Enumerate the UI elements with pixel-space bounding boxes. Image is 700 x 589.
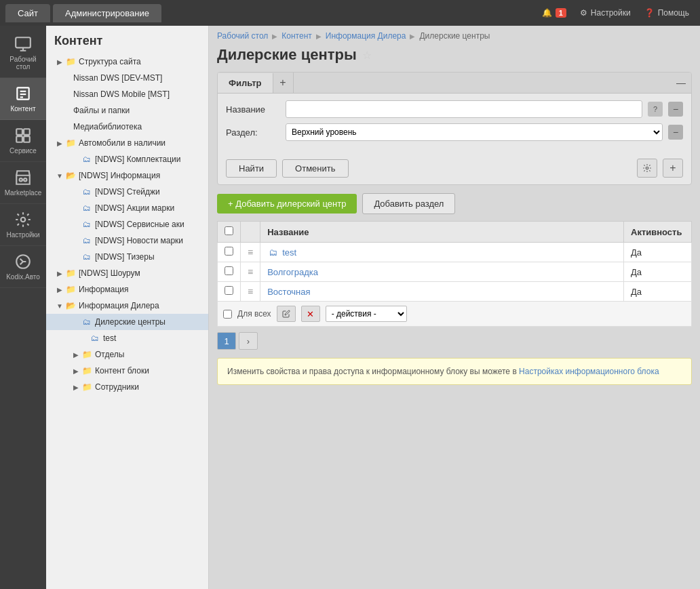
filter-help-button[interactable]: ? (648, 102, 663, 117)
tree-item-files-folders[interactable]: Файлы и папки (46, 102, 208, 119)
row-link-volgogradka[interactable]: Волгоградка (267, 267, 617, 277)
svg-rect-0 (16, 37, 31, 47)
row-link-vostochnaya[interactable]: Восточная (267, 287, 617, 297)
bulk-delete-button[interactable]: ✕ (301, 306, 320, 322)
tree-item-ndws-news[interactable]: 🗂 [NDWS] Новости марки (46, 232, 208, 249)
table-settings-button[interactable] (637, 159, 657, 178)
tree-item-ndws-teasers[interactable]: 🗂 [NDWS] Тизеры (46, 249, 208, 265)
sidebar-item-marketplace[interactable]: Marketplace (0, 162, 46, 204)
tree-label-media-library: Медиабиблиотека (73, 122, 142, 131)
tab-admin[interactable]: Администрирование (53, 4, 161, 22)
row-checkbox-test[interactable] (225, 247, 233, 256)
tree-label-ndws-teasers: [NDWS] Тизеры (95, 252, 155, 262)
tab-site[interactable]: Сайт (5, 4, 50, 22)
bulk-select-all-checkbox[interactable] (223, 310, 232, 319)
bulk-actions-select[interactable]: - действия - (326, 306, 407, 322)
help-btn[interactable]: ❓ Помощь (639, 5, 695, 20)
top-bar: Сайт Администрирование 🔔 1 ⚙ Настройки ❓… (0, 0, 700, 26)
toggle-cars-available[interactable]: ▶ (54, 138, 65, 148)
page-title: Дилерские центры (217, 46, 357, 64)
row-link-test[interactable]: 🗂 test (267, 247, 617, 258)
add-section-button[interactable]: Добавить раздел (362, 193, 455, 214)
toggle-ndws-info[interactable]: ▼ (54, 170, 65, 181)
select-all-checkbox[interactable] (225, 226, 233, 235)
sidebar-item-desktop[interactable]: Рабочий стол (0, 28, 46, 78)
tree-item-content-blocks[interactable]: ▶ 📁 Контент блоки (46, 363, 208, 379)
tree-label-ndws-config: [NDWS] Комплектации (95, 155, 180, 164)
row-checkbox-volgogradka[interactable] (225, 266, 233, 275)
filter-section-remove-button[interactable]: − (668, 125, 683, 140)
tree-item-ndws-config[interactable]: 🗂 [NDWS] Комплектации (46, 151, 208, 167)
notifications-btn[interactable]: 🔔 1 (537, 5, 572, 20)
bulk-edit-button[interactable] (277, 306, 296, 322)
toggle-showroom[interactable]: ▶ (54, 268, 65, 279)
folder-cars-icon: 📁 (65, 138, 76, 148)
filter-actions: Найти Отменить + (218, 153, 691, 184)
tree-item-dealer-test[interactable]: 🗂 test (46, 330, 208, 346)
tree-item-departments[interactable]: ▶ 📁 Отделы (46, 346, 208, 363)
cancel-button[interactable]: Отменить (282, 159, 348, 178)
folder-config-icon: 🗂 (81, 155, 92, 164)
drag-handle-icon: ≡ (248, 286, 253, 297)
tree-label-ndws-news: [NDWS] Новости марки (95, 236, 183, 245)
page-1-button[interactable]: 1 (217, 332, 236, 350)
sidebar-item-settings[interactable]: Настройки (0, 204, 46, 246)
row-drag-vostochnaya[interactable]: ≡ (241, 282, 260, 302)
filter-name-remove-button[interactable]: − (668, 102, 683, 117)
tree-item-dealer-info[interactable]: ▼ 📂 Информация Дилера (46, 298, 208, 314)
favorite-star-icon[interactable]: ☆ (362, 49, 372, 62)
row-checkbox-vostochnaya[interactable] (225, 286, 233, 295)
filter-tab[interactable]: Фильтр (218, 73, 273, 93)
tree-item-cars-available[interactable]: ▶ 📁 Автомобили в наличии (46, 135, 208, 151)
filter-add-button[interactable]: + (273, 73, 294, 93)
settings-icon (14, 211, 32, 228)
tree-item-ndws-stages[interactable]: 🗂 [NDWS] Стейджи (46, 184, 208, 200)
tree-item-nissan-dws-dev[interactable]: Nissan DWS [DEV-MST] (46, 70, 208, 86)
filter-section-select[interactable]: Верхний уровень (286, 123, 663, 141)
info-link[interactable]: Настройках информационного блока (519, 367, 659, 376)
breadcrumb-content[interactable]: Контент (281, 31, 311, 41)
tree-item-information[interactable]: ▶ 📁 Информация (46, 281, 208, 298)
toggle-dealer-info[interactable]: ▼ (54, 300, 65, 311)
toggle-employees[interactable]: ▶ (71, 382, 81, 392)
add-dealer-center-button[interactable]: + Добавить дилерский центр (217, 194, 357, 214)
tree-item-employees[interactable]: ▶ 📁 Сотрудники (46, 379, 208, 395)
tree-item-ndws-info[interactable]: ▼ 📂 [NDWS] Информация (46, 167, 208, 184)
filter-body: Название ? − Раздел: Верхний уровень − (218, 94, 691, 153)
sidebar-item-kodix[interactable]: Kodix.Авто (0, 246, 46, 288)
tree-item-site-structure[interactable]: ▶ 📁 Структура сайта (46, 54, 208, 70)
row-check-volgogradka (218, 262, 241, 282)
toggle-content-blocks[interactable]: ▶ (71, 365, 81, 376)
breadcrumb-dealer-info[interactable]: Информация Дилера (326, 31, 406, 41)
sidebar-item-content[interactable]: Контент (0, 78, 46, 120)
row-drag-volgogradka[interactable]: ≡ (241, 262, 260, 282)
tree-item-media-library[interactable]: Медиабиблиотека (46, 119, 208, 135)
row-check-vostochnaya (218, 282, 241, 302)
tree-item-nissan-dws-mobile[interactable]: Nissan DWS Mobile [MST] (46, 86, 208, 102)
sidebar-item-services[interactable]: Сервисе (0, 120, 46, 162)
settings-nav-btn[interactable]: ⚙ Настройки (575, 5, 636, 20)
toggle-site-structure[interactable]: ▶ (54, 56, 65, 67)
find-button[interactable]: Найти (226, 159, 277, 178)
row-drag-test[interactable]: ≡ (241, 243, 260, 262)
tree-label-dealer-test: test (103, 333, 116, 343)
tree-item-ndws-showroom[interactable]: ▶ 📁 [NDWS] Шоурум (46, 265, 208, 281)
settings-small-icon (642, 163, 652, 173)
filter-collapse-button[interactable]: — (671, 73, 691, 93)
tree-item-ndws-akcii[interactable]: 🗂 [NDWS] Акции марки (46, 200, 208, 216)
drag-handle-icon: ≡ (248, 266, 253, 277)
toggle-departments[interactable]: ▶ (71, 349, 81, 360)
folder-green-icon: 📁 (65, 57, 76, 66)
tree-item-ndws-service[interactable]: 🗂 [NDWS] Сервисные аки (46, 216, 208, 232)
breadcrumb-desktop[interactable]: Рабочий стол (217, 31, 268, 41)
main-layout: Рабочий стол Контент Сервисе (0, 26, 700, 589)
toggle-information[interactable]: ▶ (54, 284, 65, 295)
tree-item-dealer-centers[interactable]: 🗂 Дилерские центры (46, 314, 208, 330)
page-next-button[interactable]: › (239, 332, 258, 350)
tree-label-ndws-info: [NDWS] Информация (79, 171, 160, 180)
filter-name-label: Название (226, 104, 280, 115)
row-folder-icon-test: 🗂 (267, 247, 278, 258)
breadcrumb: Рабочий стол ▶ Контент ▶ Информация Диле… (217, 31, 692, 41)
table-add-button[interactable]: + (663, 159, 683, 178)
filter-name-input[interactable] (286, 100, 642, 118)
